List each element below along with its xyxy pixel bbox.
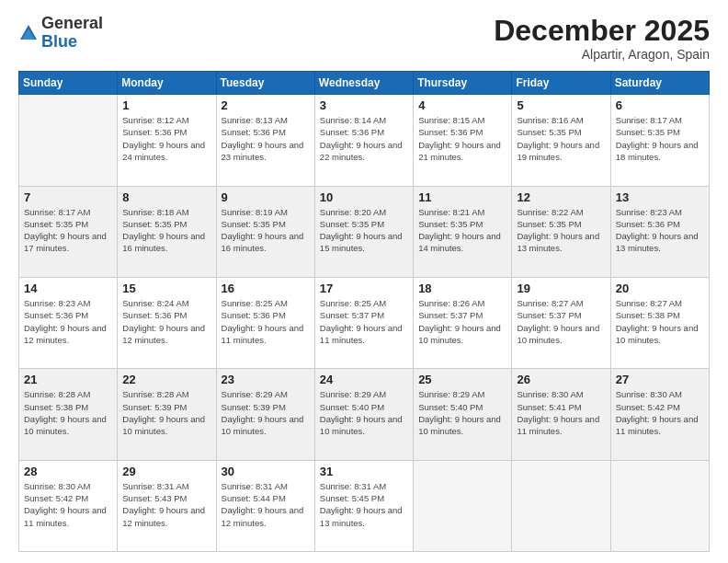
page: General Blue December 2025 Alpartir, Ara…	[0, 0, 728, 563]
table-row	[414, 460, 512, 551]
table-row: 20Sunrise: 8:27 AMSunset: 5:38 PMDayligh…	[610, 277, 709, 368]
day-number: 3	[320, 98, 408, 112]
table-row	[19, 95, 118, 186]
day-info: Sunrise: 8:13 AMSunset: 5:36 PMDaylight:…	[222, 114, 310, 163]
header: General Blue December 2025 Alpartir, Ara…	[18, 15, 710, 62]
calendar-week-row: 14Sunrise: 8:23 AMSunset: 5:36 PMDayligh…	[19, 277, 710, 368]
day-number: 6	[616, 98, 704, 112]
day-info: Sunrise: 8:22 AMSunset: 5:35 PMDaylight:…	[517, 206, 605, 255]
day-info: Sunrise: 8:15 AMSunset: 5:36 PMDaylight:…	[418, 114, 506, 163]
day-number: 20	[616, 282, 704, 295]
day-info: Sunrise: 8:14 AMSunset: 5:36 PMDaylight:…	[320, 114, 408, 163]
day-info: Sunrise: 8:19 AMSunset: 5:35 PMDaylight:…	[222, 206, 310, 255]
col-sunday: Sunday	[19, 72, 118, 95]
day-number: 10	[320, 190, 408, 204]
day-info: Sunrise: 8:29 AMSunset: 5:39 PMDaylight:…	[222, 388, 310, 437]
table-row: 15Sunrise: 8:24 AMSunset: 5:36 PMDayligh…	[118, 277, 216, 368]
table-row: 27Sunrise: 8:30 AMSunset: 5:42 PMDayligh…	[610, 369, 709, 460]
day-number: 4	[418, 98, 506, 112]
table-row: 14Sunrise: 8:23 AMSunset: 5:36 PMDayligh…	[19, 277, 118, 368]
day-number: 2	[222, 98, 310, 112]
day-info: Sunrise: 8:31 AMSunset: 5:43 PMDaylight:…	[122, 480, 210, 529]
table-row: 24Sunrise: 8:29 AMSunset: 5:40 PMDayligh…	[314, 369, 413, 460]
table-row: 21Sunrise: 8:28 AMSunset: 5:38 PMDayligh…	[19, 369, 118, 460]
day-info: Sunrise: 8:23 AMSunset: 5:36 PMDaylight:…	[616, 206, 704, 255]
day-number: 5	[517, 98, 605, 112]
day-info: Sunrise: 8:29 AMSunset: 5:40 PMDaylight:…	[320, 388, 408, 437]
table-row: 2Sunrise: 8:13 AMSunset: 5:36 PMDaylight…	[216, 95, 314, 186]
day-number: 28	[24, 465, 112, 478]
col-friday: Friday	[512, 72, 610, 95]
month-title: December 2025	[494, 15, 710, 47]
day-number: 17	[320, 282, 408, 295]
calendar-week-row: 21Sunrise: 8:28 AMSunset: 5:38 PMDayligh…	[19, 369, 710, 460]
logo-icon	[18, 23, 39, 43]
calendar-week-row: 1Sunrise: 8:12 AMSunset: 5:36 PMDaylight…	[19, 95, 710, 186]
day-info: Sunrise: 8:31 AMSunset: 5:45 PMDaylight:…	[320, 480, 408, 529]
day-number: 18	[418, 282, 506, 295]
table-row: 8Sunrise: 8:18 AMSunset: 5:35 PMDaylight…	[118, 186, 216, 277]
day-number: 13	[616, 190, 704, 204]
day-number: 19	[517, 282, 605, 295]
calendar-header-row: Sunday Monday Tuesday Wednesday Thursday…	[19, 72, 710, 95]
calendar-week-row: 28Sunrise: 8:30 AMSunset: 5:42 PMDayligh…	[19, 460, 710, 551]
day-info: Sunrise: 8:17 AMSunset: 5:35 PMDaylight:…	[24, 206, 112, 255]
table-row: 29Sunrise: 8:31 AMSunset: 5:43 PMDayligh…	[118, 460, 216, 551]
day-info: Sunrise: 8:23 AMSunset: 5:36 PMDaylight:…	[24, 297, 112, 346]
day-info: Sunrise: 8:24 AMSunset: 5:36 PMDaylight:…	[122, 297, 210, 346]
table-row: 30Sunrise: 8:31 AMSunset: 5:44 PMDayligh…	[216, 460, 314, 551]
day-info: Sunrise: 8:20 AMSunset: 5:35 PMDaylight:…	[320, 206, 408, 255]
day-number: 16	[222, 282, 310, 295]
table-row: 5Sunrise: 8:16 AMSunset: 5:35 PMDaylight…	[512, 95, 610, 186]
table-row: 4Sunrise: 8:15 AMSunset: 5:36 PMDaylight…	[414, 95, 512, 186]
calendar-table: Sunday Monday Tuesday Wednesday Thursday…	[18, 71, 710, 552]
day-number: 8	[122, 190, 210, 204]
day-number: 23	[222, 373, 310, 386]
day-number: 1	[122, 98, 210, 112]
table-row: 6Sunrise: 8:17 AMSunset: 5:35 PMDaylight…	[610, 95, 709, 186]
day-number: 12	[517, 190, 605, 204]
day-info: Sunrise: 8:21 AMSunset: 5:35 PMDaylight:…	[418, 206, 506, 255]
day-info: Sunrise: 8:30 AMSunset: 5:42 PMDaylight:…	[24, 480, 112, 529]
day-number: 31	[320, 465, 408, 478]
table-row: 31Sunrise: 8:31 AMSunset: 5:45 PMDayligh…	[314, 460, 413, 551]
table-row	[610, 460, 709, 551]
col-saturday: Saturday	[610, 72, 709, 95]
day-number: 27	[616, 373, 704, 386]
table-row: 12Sunrise: 8:22 AMSunset: 5:35 PMDayligh…	[512, 186, 610, 277]
table-row: 7Sunrise: 8:17 AMSunset: 5:35 PMDaylight…	[19, 186, 118, 277]
day-number: 24	[320, 373, 408, 386]
col-monday: Monday	[118, 72, 216, 95]
day-info: Sunrise: 8:12 AMSunset: 5:36 PMDaylight:…	[122, 114, 210, 163]
table-row: 22Sunrise: 8:28 AMSunset: 5:39 PMDayligh…	[118, 369, 216, 460]
day-number: 11	[418, 190, 506, 204]
day-info: Sunrise: 8:28 AMSunset: 5:39 PMDaylight:…	[122, 388, 210, 437]
logo-blue-text: Blue	[41, 33, 103, 52]
col-wednesday: Wednesday	[314, 72, 413, 95]
day-info: Sunrise: 8:25 AMSunset: 5:37 PMDaylight:…	[320, 297, 408, 346]
location: Alpartir, Aragon, Spain	[494, 47, 710, 62]
day-info: Sunrise: 8:31 AMSunset: 5:44 PMDaylight:…	[222, 480, 310, 529]
table-row: 9Sunrise: 8:19 AMSunset: 5:35 PMDaylight…	[216, 186, 314, 277]
table-row: 13Sunrise: 8:23 AMSunset: 5:36 PMDayligh…	[610, 186, 709, 277]
table-row: 26Sunrise: 8:30 AMSunset: 5:41 PMDayligh…	[512, 369, 610, 460]
day-number: 22	[122, 373, 210, 386]
day-number: 21	[24, 373, 112, 386]
day-info: Sunrise: 8:30 AMSunset: 5:41 PMDaylight:…	[517, 388, 605, 437]
day-number: 26	[517, 373, 605, 386]
col-tuesday: Tuesday	[216, 72, 314, 95]
day-info: Sunrise: 8:30 AMSunset: 5:42 PMDaylight:…	[616, 388, 704, 437]
table-row: 1Sunrise: 8:12 AMSunset: 5:36 PMDaylight…	[118, 95, 216, 186]
day-number: 25	[418, 373, 506, 386]
table-row: 17Sunrise: 8:25 AMSunset: 5:37 PMDayligh…	[314, 277, 413, 368]
logo: General Blue	[18, 15, 103, 52]
table-row: 11Sunrise: 8:21 AMSunset: 5:35 PMDayligh…	[414, 186, 512, 277]
table-row: 28Sunrise: 8:30 AMSunset: 5:42 PMDayligh…	[19, 460, 118, 551]
calendar-week-row: 7Sunrise: 8:17 AMSunset: 5:35 PMDaylight…	[19, 186, 710, 277]
day-number: 29	[122, 465, 210, 478]
table-row: 19Sunrise: 8:27 AMSunset: 5:37 PMDayligh…	[512, 277, 610, 368]
table-row: 16Sunrise: 8:25 AMSunset: 5:36 PMDayligh…	[216, 277, 314, 368]
day-info: Sunrise: 8:17 AMSunset: 5:35 PMDaylight:…	[616, 114, 704, 163]
table-row: 3Sunrise: 8:14 AMSunset: 5:36 PMDaylight…	[314, 95, 413, 186]
col-thursday: Thursday	[414, 72, 512, 95]
